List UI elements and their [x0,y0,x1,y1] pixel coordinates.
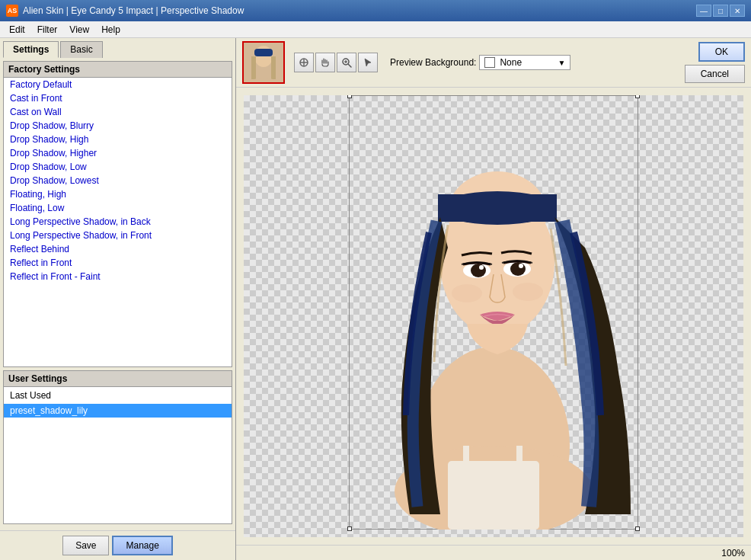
list-item-long-perspective-back[interactable]: Long Perspective Shadow, in Back [4,215,232,229]
factory-settings-list[interactable]: Factory Default Cast in Front Cast on Wa… [4,78,232,366]
canvas-content [244,95,743,537]
list-item-factory-default[interactable]: Factory Default [4,78,232,91]
top-toolbar: Preview Background: None ▼ OK Cancel [236,38,751,88]
svg-point-26 [510,262,526,276]
svg-point-27 [479,265,484,270]
menu-edit[interactable]: Edit [3,23,31,37]
left-panel: Settings Basic Factory Settings Factory … [0,38,236,560]
settings-section: Factory Settings Factory Default Cast in… [0,58,235,530]
svg-rect-22 [438,194,557,222]
status-bar: 100% [236,545,751,560]
menu-view[interactable]: View [63,23,95,37]
dropdown-arrow-icon: ▼ [558,59,565,67]
svg-rect-2 [254,49,273,56]
zoom-tool-button[interactable] [337,53,356,72]
svg-rect-3 [251,56,256,79]
factory-settings-header: Factory Settings [4,62,232,78]
title-bar-buttons: — □ ✕ [696,5,745,17]
zoom-level: 100% [721,548,745,558]
user-settings-list[interactable]: preset_shadow_lily [4,404,232,523]
svg-point-30 [513,283,543,301]
list-item-floating-high[interactable]: Floating, High [4,187,232,201]
list-item-reflect-behind[interactable]: Reflect Behind [4,242,232,256]
app-icon: AS [6,5,18,17]
title-bar-left: AS Alien Skin | Eye Candy 5 Impact | Per… [6,5,244,17]
select-tool-button[interactable] [358,53,378,72]
list-item-cast-in-front[interactable]: Cast in Front [4,91,232,105]
thumbnail-box [242,41,285,84]
list-item-drop-shadow-higher[interactable]: Drop Shadow, Higher [4,146,232,160]
bottom-buttons: Save Manage [0,530,235,560]
cursor-icon [363,57,373,68]
cancel-button[interactable]: Cancel [685,65,745,83]
preview-background-select[interactable]: None ▼ [479,55,570,70]
title-bar-text: Alien Skin | Eye Candy 5 Impact | Perspe… [23,5,244,16]
menu-filter[interactable]: Filter [31,23,64,37]
list-item-reflect-in-front-faint[interactable]: Reflect in Front - Faint [4,270,232,283]
list-item-drop-shadow-blurry[interactable]: Drop Shadow, Blurry [4,119,232,133]
user-settings-header: User Settings [4,371,232,387]
preview-background-value: None [500,57,553,68]
list-item-drop-shadow-low[interactable]: Drop Shadow, Low [4,160,232,174]
menu-bar: Edit Filter View Help [0,21,751,38]
tab-basic[interactable]: Basic [60,41,102,58]
svg-rect-17 [463,446,469,476]
canvas-area[interactable] [236,88,751,545]
ok-cancel-buttons: OK Cancel [685,42,745,83]
svg-rect-18 [516,446,523,476]
main-container: Settings Basic Factory Settings Factory … [0,38,751,560]
menu-help[interactable]: Help [95,23,126,37]
svg-rect-4 [271,56,276,79]
arrow-icon [299,57,309,68]
svg-point-28 [519,264,523,268]
user-preset-item[interactable]: preset_shadow_lily [4,404,232,418]
hand-tool-button[interactable] [294,53,314,72]
close-button[interactable]: ✕ [730,5,745,17]
list-item-floating-low[interactable]: Floating, Low [4,201,232,215]
last-used-label: Last Used [4,387,232,404]
ok-button[interactable]: OK [698,42,745,62]
zoom-icon [341,57,352,68]
manage-button[interactable]: Manage [112,536,172,555]
svg-point-25 [471,264,486,277]
portrait-image [349,95,638,530]
tabs: Settings Basic [0,38,235,58]
preview-background-label: Preview Background: [390,57,476,68]
svg-point-29 [452,284,482,302]
list-item-drop-shadow-high[interactable]: Drop Shadow, High [4,133,232,146]
pan-tool-button[interactable] [315,53,335,72]
list-item-long-perspective-front[interactable]: Long Perspective Shadow, in Front [4,229,232,242]
title-bar: AS Alien Skin | Eye Candy 5 Impact | Per… [0,0,751,21]
right-panel: Preview Background: None ▼ OK Cancel [236,38,751,560]
list-item-cast-on-wall[interactable]: Cast on Wall [4,105,232,119]
svg-rect-16 [448,461,539,530]
maximize-button[interactable]: □ [713,5,728,17]
color-swatch [484,57,495,68]
factory-settings-box: Factory Settings Factory Default Cast in… [3,61,232,367]
tab-settings[interactable]: Settings [3,41,59,58]
hand-icon [320,57,331,68]
user-settings-box: User Settings Last Used preset_shadow_li… [3,370,232,524]
list-item-reflect-in-front[interactable]: Reflect in Front [4,256,232,270]
thumbnail-image [244,43,283,82]
toolbar-tools [294,53,378,72]
minimize-button[interactable]: — [696,5,711,17]
svg-line-10 [349,65,352,68]
list-item-drop-shadow-lowest[interactable]: Drop Shadow, Lowest [4,174,232,187]
save-button[interactable]: Save [62,536,109,555]
